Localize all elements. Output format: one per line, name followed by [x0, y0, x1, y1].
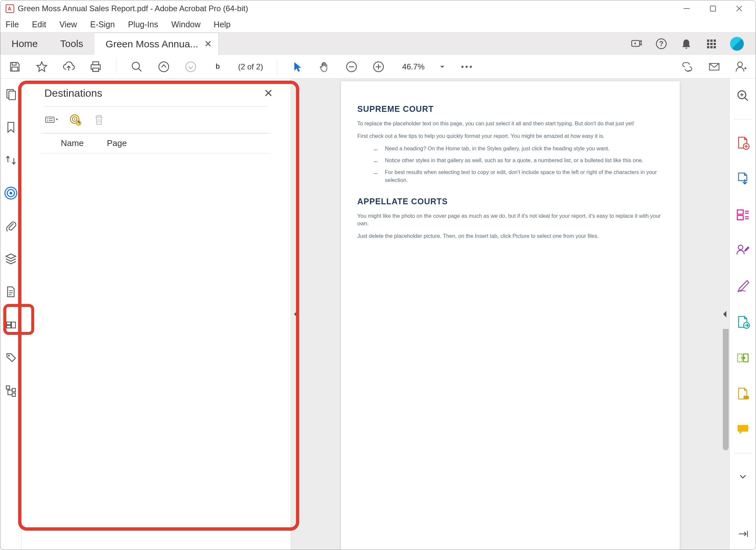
zoom-out-icon[interactable]	[345, 60, 358, 73]
doc-paragraph: You might like the photo on the cover pa…	[357, 212, 663, 228]
page-up-icon[interactable]	[157, 60, 170, 73]
svg-text:?: ?	[659, 39, 663, 48]
link-share-icon[interactable]	[681, 60, 694, 73]
collapse-rail-icon[interactable]	[736, 527, 750, 541]
menu-view[interactable]: View	[57, 18, 79, 31]
page-icon[interactable]	[4, 285, 18, 299]
pdf-page: SUPREME COURT To replace the placeholder…	[341, 81, 680, 550]
close-button[interactable]	[734, 4, 744, 13]
svg-point-34	[738, 62, 743, 67]
thumbnails-icon[interactable]	[4, 87, 18, 102]
maximize-button[interactable]	[708, 4, 718, 13]
svg-rect-46	[6, 386, 10, 389]
apps-grid-icon[interactable]	[705, 37, 718, 50]
review-icon[interactable]	[4, 153, 18, 167]
menu-plugins[interactable]: Plug-Ins	[126, 18, 160, 31]
request-signatures-icon[interactable]	[736, 243, 750, 257]
menu-file[interactable]: File	[4, 18, 21, 31]
svg-rect-17	[12, 62, 16, 65]
destinations-panel: Destinations ✕ Name Page	[21, 79, 291, 550]
edit-pdf-icon[interactable]	[736, 207, 750, 222]
search-tool-icon[interactable]	[736, 88, 750, 103]
tab-document[interactable]: Green Moss Annua... ✕	[94, 33, 219, 55]
scrollbar-thumb[interactable]	[723, 312, 729, 450]
tabbar-right: ?	[630, 33, 756, 55]
collapse-right-handle[interactable]	[720, 299, 729, 329]
content-tree-icon[interactable]	[4, 383, 18, 398]
avatar[interactable]	[730, 37, 744, 51]
zoom-dropdown-icon[interactable]	[438, 60, 446, 73]
column-page[interactable]: Page	[107, 138, 127, 148]
zoom-in-icon[interactable]	[372, 60, 385, 73]
delete-icon[interactable]	[92, 112, 106, 127]
more-tools-icon[interactable]	[460, 60, 473, 73]
email-icon[interactable]	[708, 60, 721, 73]
fill-sign-icon[interactable]	[736, 279, 750, 294]
toolbar: (2 of 2) 46.7%	[0, 55, 756, 79]
cloud-upload-icon[interactable]	[62, 60, 75, 73]
destinations-icon[interactable]	[4, 186, 18, 200]
svg-rect-14	[707, 46, 709, 48]
expand-tools-icon[interactable]	[736, 469, 750, 484]
hand-tool-icon[interactable]	[318, 60, 331, 73]
svg-point-31	[466, 65, 468, 67]
doc-paragraph: First check out a few tips to help you q…	[357, 132, 663, 140]
bookmarks-icon[interactable]	[4, 120, 18, 134]
page-down-icon[interactable]	[184, 60, 197, 73]
svg-point-30	[461, 65, 463, 67]
tab-close-icon[interactable]: ✕	[204, 38, 212, 49]
tab-tools[interactable]: Tools	[49, 33, 94, 55]
svg-line-22	[138, 68, 141, 71]
save-icon[interactable]	[8, 60, 21, 73]
document-viewer[interactable]: SUPREME COURT To replace the placeholder…	[291, 79, 729, 550]
star-icon[interactable]	[35, 60, 48, 73]
notifications-icon[interactable]	[680, 37, 693, 50]
help-icon[interactable]: ?	[655, 37, 668, 50]
tab-home[interactable]: Home	[0, 33, 49, 55]
svg-rect-20	[93, 68, 99, 71]
print-icon[interactable]	[89, 60, 102, 73]
new-destination-icon[interactable]	[68, 112, 83, 127]
layers-icon[interactable]	[4, 251, 18, 266]
svg-rect-77	[744, 396, 749, 399]
page-number-input[interactable]	[211, 61, 224, 73]
menu-help[interactable]: Help	[212, 18, 232, 31]
tab-home-label: Home	[12, 38, 38, 49]
attachments-icon[interactable]	[4, 219, 18, 233]
find-icon[interactable]	[130, 60, 143, 73]
svg-rect-11	[707, 43, 709, 45]
svg-point-56	[74, 118, 75, 120]
comment-icon[interactable]	[736, 422, 750, 437]
toolbar-separator	[116, 60, 116, 74]
menu-esign[interactable]: E-Sign	[88, 18, 117, 31]
doc-list-item: For best results when selecting text to …	[374, 168, 663, 184]
svg-rect-16	[714, 46, 716, 48]
svg-point-45	[8, 355, 10, 357]
create-pdf-icon[interactable]	[736, 135, 750, 150]
collapse-left-handle[interactable]	[291, 299, 300, 329]
panel-close-icon[interactable]: ✕	[264, 86, 273, 100]
destinations-table-header: Name Page	[41, 133, 271, 153]
menu-window[interactable]: Window	[169, 18, 203, 31]
main-area: Destinations ✕ Name Page SUPREME COURT T…	[0, 79, 756, 550]
menu-edit[interactable]: Edit	[30, 18, 48, 31]
panel-title: Destinations	[44, 87, 102, 99]
stamp-icon[interactable]	[736, 387, 750, 401]
minimize-button[interactable]	[682, 4, 692, 13]
tab-tools-label: Tools	[60, 38, 83, 49]
export-pdf-icon[interactable]	[736, 171, 750, 186]
selection-tool-icon[interactable]	[291, 60, 304, 73]
share-feedback-icon[interactable]	[630, 37, 643, 50]
share-pdf-icon[interactable]	[736, 315, 750, 329]
add-person-icon[interactable]	[735, 60, 748, 73]
menubar: File Edit View E-Sign Plug-Ins Window He…	[0, 17, 756, 33]
combine-files-icon[interactable]	[736, 351, 750, 365]
column-name[interactable]: Name	[61, 138, 107, 148]
tags-icon[interactable]	[4, 350, 18, 365]
signatures-panel-icon[interactable]	[4, 318, 18, 332]
rail-divider	[734, 119, 752, 119]
zoom-level-label[interactable]: 46.7%	[402, 62, 425, 71]
svg-point-23	[159, 62, 169, 72]
svg-point-52	[47, 120, 48, 121]
list-options-icon[interactable]	[44, 112, 59, 127]
